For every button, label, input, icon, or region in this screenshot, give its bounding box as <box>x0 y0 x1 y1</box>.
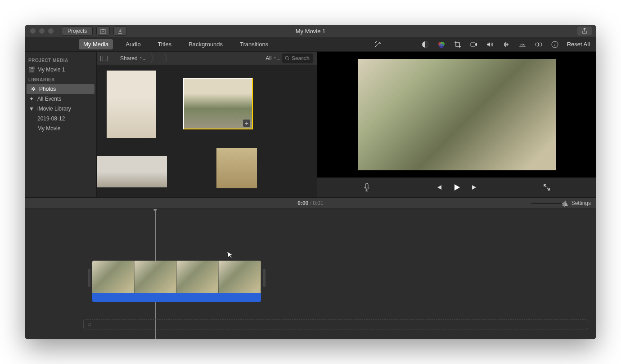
svg-text:i: i <box>554 42 556 47</box>
clip-frame-thumb <box>219 261 261 293</box>
previous-button[interactable] <box>434 183 443 192</box>
tab-audio[interactable]: Audio <box>121 39 145 49</box>
sidebar-item-label: iMovie Library <box>37 106 71 112</box>
projects-button[interactable]: Projects <box>62 27 93 36</box>
sidebar-item-imovie-library[interactable]: ▼ iMovie Library <box>25 104 96 114</box>
clip-video-track[interactable] <box>92 261 261 293</box>
tab-titles[interactable]: Titles <box>153 39 176 49</box>
sidebar-toggle-icon[interactable] <box>100 56 108 61</box>
media-tabs: My Media Audio Titles Backgrounds Transi… <box>25 39 273 49</box>
sidebar-item-label: Photos <box>39 86 56 92</box>
viewer-tools: i Reset All <box>374 40 596 49</box>
media-thumbnail-selected[interactable] <box>183 78 253 129</box>
app-window: Projects My Movie 1 My Media Audio Title… <box>25 25 596 339</box>
preview-canvas[interactable] <box>317 52 596 178</box>
crop-icon[interactable] <box>454 40 462 49</box>
breadcrumb-chevron-icon: 〉 <box>163 53 173 63</box>
media-thumbnail-grid[interactable] <box>97 65 317 197</box>
chevron-updown-icon: ⌃⌄ <box>139 57 146 61</box>
tab-backgrounds[interactable]: Backgrounds <box>184 39 227 49</box>
preview-viewer <box>317 52 596 197</box>
speed-icon[interactable] <box>518 40 526 49</box>
reset-all-button[interactable]: Reset All <box>567 41 590 48</box>
tab-my-media[interactable]: My Media <box>79 39 113 49</box>
timeline-header: 0:00 / 0:01 Settings <box>25 197 596 209</box>
search-icon <box>285 56 290 61</box>
zoom-window-button[interactable] <box>48 28 54 34</box>
settings-button[interactable]: Settings <box>572 200 591 206</box>
volume-icon[interactable] <box>486 40 494 49</box>
color-correction-icon[interactable] <box>437 40 446 49</box>
background-music-track[interactable]: ♫ <box>83 320 588 329</box>
enhance-icon[interactable] <box>374 40 382 49</box>
clip-trim-handle-right[interactable] <box>263 269 266 287</box>
breadcrumb-chevron-icon: 〉 <box>150 53 160 63</box>
stabilization-icon[interactable] <box>470 40 478 49</box>
import-media-button[interactable] <box>96 27 110 36</box>
clip-frame-thumb <box>177 261 219 293</box>
search-input[interactable] <box>292 55 310 62</box>
clip-audio-track[interactable] <box>92 293 261 302</box>
main-area: PROJECT MEDIA 🎬 My Movie 1 LIBRARIES ✲ P… <box>25 52 596 197</box>
clapper-icon: 🎬 <box>28 67 35 73</box>
color-balance-icon[interactable] <box>421 40 429 49</box>
filter-all-dropdown[interactable]: All ⌃⌄ <box>266 55 280 62</box>
sidebar-item-label: My Movie <box>37 125 60 132</box>
svg-point-10 <box>285 56 288 59</box>
svg-point-4 <box>439 44 444 48</box>
clip-frame-thumb <box>135 261 177 293</box>
sidebar-item-2019-08-12[interactable]: 2019-08-12 <box>25 114 96 124</box>
tab-transitions[interactable]: Transitions <box>235 39 273 49</box>
breadcrumb-shared[interactable]: Shared ⌃⌄ <box>120 55 146 62</box>
sidebar-item-label: My Movie 1 <box>37 67 65 73</box>
sidebar-item-label: All Events <box>37 96 61 102</box>
clip-trim-handle-left[interactable] <box>88 269 90 287</box>
fullscreen-button[interactable] <box>542 183 551 192</box>
info-icon[interactable]: i <box>551 40 559 49</box>
search-field[interactable] <box>282 53 313 63</box>
sidebar-item-photos[interactable]: ✲ Photos <box>27 84 94 94</box>
noise-reduction-icon[interactable] <box>502 40 510 49</box>
top-tabs-row: My Media Audio Titles Backgrounds Transi… <box>25 37 596 52</box>
share-button[interactable] <box>577 27 592 36</box>
svg-rect-11 <box>365 183 368 188</box>
voiceover-button[interactable] <box>362 183 371 192</box>
sidebar-header-libraries: LIBRARIES <box>25 75 96 84</box>
timecode-display: 0:00 / 0:01 <box>297 200 323 206</box>
media-thumbnail[interactable] <box>216 148 257 188</box>
star-icon: ✦ <box>28 96 35 102</box>
disclosure-triangle-icon[interactable]: ▼ <box>28 106 35 112</box>
photos-icon: ✲ <box>30 86 36 92</box>
timeline[interactable]: ♫ <box>25 209 596 339</box>
titlebar: Projects My Movie 1 <box>25 25 596 37</box>
media-browser: Shared ⌃⌄ 〉 〉 All ⌃⌄ <box>97 52 317 197</box>
sidebar: PROJECT MEDIA 🎬 My Movie 1 LIBRARIES ✲ P… <box>25 52 97 197</box>
sidebar-item-my-movie-1[interactable]: 🎬 My Movie 1 <box>25 65 96 75</box>
media-thumbnail[interactable] <box>107 71 156 138</box>
chevron-updown-icon: ⌃⌄ <box>273 57 280 61</box>
zoom-slider[interactable] <box>531 203 567 204</box>
preview-frame <box>358 59 556 170</box>
download-button[interactable] <box>113 27 127 36</box>
media-thumbnail[interactable] <box>97 156 167 187</box>
sidebar-header-project-media: PROJECT MEDIA <box>25 55 96 65</box>
minimize-window-button[interactable] <box>39 28 45 34</box>
next-button[interactable] <box>470 183 479 192</box>
timeline-clip[interactable] <box>92 261 261 302</box>
clip-frame-thumb <box>92 261 135 293</box>
mouse-cursor-icon <box>226 250 234 259</box>
close-window-button[interactable] <box>30 28 36 34</box>
svg-rect-5 <box>471 43 475 46</box>
browser-toolbar: Shared ⌃⌄ 〉 〉 All ⌃⌄ <box>97 52 317 65</box>
play-button[interactable] <box>452 183 461 192</box>
music-icon: ♫ <box>87 321 91 328</box>
sidebar-item-my-movie[interactable]: My Movie <box>25 124 96 133</box>
window-controls <box>25 28 54 34</box>
clip-filter-icon[interactable] <box>535 40 543 49</box>
sidebar-item-all-events[interactable]: ✦ All Events <box>25 94 96 104</box>
playback-controls <box>317 178 596 197</box>
sidebar-item-label: 2019-08-12 <box>37 115 65 122</box>
svg-point-7 <box>538 43 542 46</box>
